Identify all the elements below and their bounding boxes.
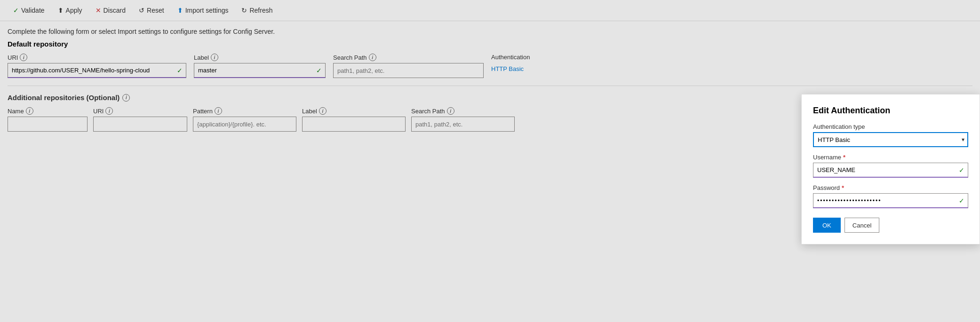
modal-title: Edit Authentication [813,106,968,116]
auth-type-field-group: Authentication type HTTP Basic SSH None … [813,123,968,132]
auth-type-label: Authentication type [813,123,968,130]
auth-type-label-text: Authentication type [813,123,865,130]
edit-auth-modal: Edit Authentication Authentication type … [801,94,980,132]
